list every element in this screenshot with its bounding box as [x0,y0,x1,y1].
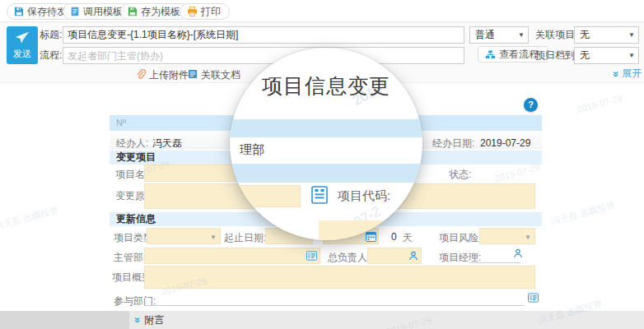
chevron-double-down-icon: » [133,317,142,322]
operate-date-value: 2019-07-29 [480,134,530,152]
magnified-dept-fragment: 理部 [240,142,264,158]
upload-attachment-label: 上传附件 [149,68,189,82]
risk-select[interactable]: ▼ [479,228,535,244]
related-project-value: 无 [580,29,590,40]
person-icon[interactable] [513,248,523,261]
priority-value: 普通 [475,29,495,40]
print-label: 打印 [201,4,221,19]
person-icon[interactable] [408,251,418,263]
print-button[interactable]: 打印 [180,3,230,20]
caret-down-icon: ▼ [628,27,635,44]
expand-toggle[interactable]: » 展开 [613,67,642,81]
calendar-icon[interactable] [366,231,376,244]
flow-input[interactable] [63,47,464,64]
days-unit: 天 [403,231,413,245]
save-as-template-label: 存为模板 [141,4,180,19]
participants-field[interactable] [144,283,525,306]
postscript-toggle[interactable]: » 附言 [134,311,164,329]
prearchive-select[interactable]: 无 ▼ [574,47,639,64]
send-label: 发送 [7,48,38,60]
project-type-select[interactable]: ▼ [147,228,221,244]
flow-chart-icon [485,50,496,59]
magnified-blue-bar [230,164,422,183]
status-label: 状态: [449,168,471,182]
send-button[interactable]: 发送 [7,26,38,64]
document-icon [188,69,198,81]
linked-doc-label: 关联文档 [201,68,240,82]
related-project-select[interactable]: 无 ▼ [574,26,639,44]
magnified-code-label: 项目代码: [338,188,390,204]
days-value: 0 [391,231,397,243]
caret-down-icon: ▼ [518,27,525,44]
daterange-label: 起止日期: [224,231,266,245]
caret-down-icon: ▼ [210,234,217,241]
caret-down-icon: ▼ [628,48,635,64]
paperclip-icon [136,69,146,82]
risk-label: 项目风险: [439,231,481,245]
upload-attachment-link[interactable]: 上传附件 [136,68,189,82]
postscript-label: 附言 [144,313,164,327]
operate-date-label: 经办日期: [432,134,474,152]
caret-down-icon: ▼ [525,234,531,241]
leader-field[interactable] [367,248,422,264]
magnified-form-title: 项目信息变更 [230,72,422,100]
flow-label: 流程: [40,47,62,64]
prearchive-label: 预归档到: [535,47,577,64]
toolbar: 保存待发 调用模板 存为模板 打印 [0,0,644,22]
save-template-icon [128,7,138,16]
operator-label: 经办人: [116,134,148,152]
department-icon[interactable] [528,293,539,305]
title-label: 标题: [40,26,62,44]
expand-label: 展开 [622,67,642,81]
prearchive-value: 无 [580,49,590,61]
title-input[interactable] [63,26,464,44]
view-flow-label: 查看流程 [499,47,539,62]
save-draft-label: 保存待发 [27,4,67,19]
related-project-label: 关联项目: [535,26,577,44]
magnified-number-bar [230,119,422,137]
leader-label: 总负责人: [328,251,370,265]
project-change-form-page: 保存待发 调用模板 存为模板 打印 发送 标题: 普通 ▼ 关联项目: 无 [0,0,644,329]
chevron-double-down-icon: » [612,71,620,76]
operator-value: 冯天磊 [152,134,182,152]
template-doc-icon [70,7,80,16]
bottom-left-corner [0,311,129,329]
department-icon[interactable] [306,251,317,263]
linked-doc-link[interactable]: 关联文档 [188,68,240,82]
priority-select[interactable]: 普通 ▼ [469,26,529,44]
save-icon [14,7,24,16]
code-selector-icon [311,185,328,206]
printer-icon [187,7,198,16]
load-template-label: 调用模板 [83,4,123,19]
magnifier-overlay: 2019- 项目信息变更 理部 项目代码: 07-2 [230,48,422,240]
paper-plane-icon [15,35,30,47]
dept-field[interactable] [144,248,320,264]
bottom-bar: » 附言 [0,311,644,329]
